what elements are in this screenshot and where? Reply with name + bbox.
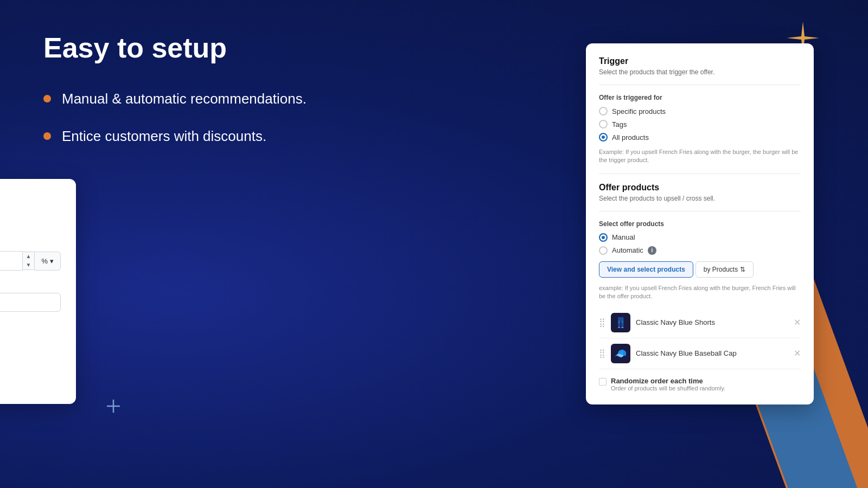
radio-all-products[interactable]: All products — [599, 133, 801, 142]
bullet-dot — [43, 132, 51, 140]
select-offer-label: Select offer products — [599, 220, 801, 228]
radio-label-tags: Tags — [612, 120, 627, 129]
radio-automatic[interactable]: Automatic i — [599, 246, 801, 255]
bullet-dot — [43, 95, 51, 102]
product-item-1: ⣿ 👖 Classic Navy Blue Shorts ✕ — [599, 307, 801, 338]
trigger-example-text: Example: If you upsell French Fries alon… — [599, 148, 801, 165]
divider-2 — [599, 174, 801, 174]
offer-triggered-label: Offer is triggered for — [599, 94, 801, 101]
trigger-subtitle: Select the products that trigger the off… — [599, 68, 801, 76]
radio-circle-tags — [599, 120, 608, 129]
randomize-checkbox[interactable] — [599, 378, 607, 386]
bullet-text-1: Manual & automatic recommendations. — [62, 91, 307, 107]
product-remove-2[interactable]: ✕ — [794, 348, 801, 358]
trigger-section: Trigger Select the products that trigger… — [599, 56, 801, 165]
info-icon: i — [648, 246, 656, 255]
product-item-2: ⣿ 🧢 Classic Navy Blue Baseball Cap ✕ — [599, 338, 801, 369]
radio-circle-specific — [599, 107, 608, 115]
radio-label-all: All products — [612, 133, 649, 142]
radio-label-specific: Specific products — [612, 107, 666, 115]
offer-radio-group: Manual Automatic i — [599, 233, 801, 255]
randomize-text: Randomize order each time Order of produ… — [611, 377, 725, 391]
radio-label-manual: Manual — [612, 233, 635, 241]
randomize-sub: Order of products will be shuffled rando… — [611, 385, 725, 391]
tab-view-products[interactable]: View and select products — [599, 261, 693, 278]
offer-products-title: Offer products — [599, 183, 801, 192]
radio-specific-products[interactable]: Specific products — [599, 107, 801, 115]
radio-tags[interactable]: Tags — [599, 120, 801, 129]
radio-circle-automatic — [599, 246, 608, 255]
offer-products-subtitle: Select the products to upsell / cross se… — [599, 195, 801, 202]
offer-products-section: Offer products Select the products to up… — [599, 183, 801, 391]
divider — [599, 85, 801, 85]
product-name-1: Classic Navy Blue Shorts — [636, 318, 788, 326]
randomize-label: Randomize order each time — [611, 377, 725, 385]
drag-handle-2[interactable]: ⣿ — [599, 348, 605, 358]
product-name-2: Classic Navy Blue Baseball Cap — [636, 349, 788, 357]
trigger-radio-group: Specific products Tags All products — [599, 107, 801, 142]
radio-manual[interactable]: Manual — [599, 233, 801, 242]
offer-example-text: example: If you upsell French Fries alon… — [599, 284, 801, 301]
panels-container: Trigger Select the products that trigger… — [586, 43, 814, 404]
radio-circle-all — [599, 133, 608, 142]
divider-3 — [599, 211, 801, 211]
trigger-title: Trigger — [599, 56, 801, 66]
randomize-row: Randomize order each time Order of produ… — [599, 377, 801, 391]
radio-label-automatic: Automatic — [612, 246, 643, 254]
drag-handle-1[interactable]: ⣿ — [599, 317, 605, 328]
product-thumb-2: 🧢 — [611, 344, 630, 363]
right-panel: Trigger Select the products that trigger… — [586, 43, 814, 404]
radio-circle-manual — [599, 233, 608, 242]
tab-buttons: View and select products by Products ⇅ — [599, 261, 801, 278]
product-thumb-1: 👖 — [611, 313, 630, 332]
product-remove-1[interactable]: ✕ — [794, 317, 801, 328]
tab-by-products[interactable]: by Products ⇅ — [695, 261, 754, 278]
bullet-text-2: Entice customers with discounts. — [62, 128, 266, 145]
